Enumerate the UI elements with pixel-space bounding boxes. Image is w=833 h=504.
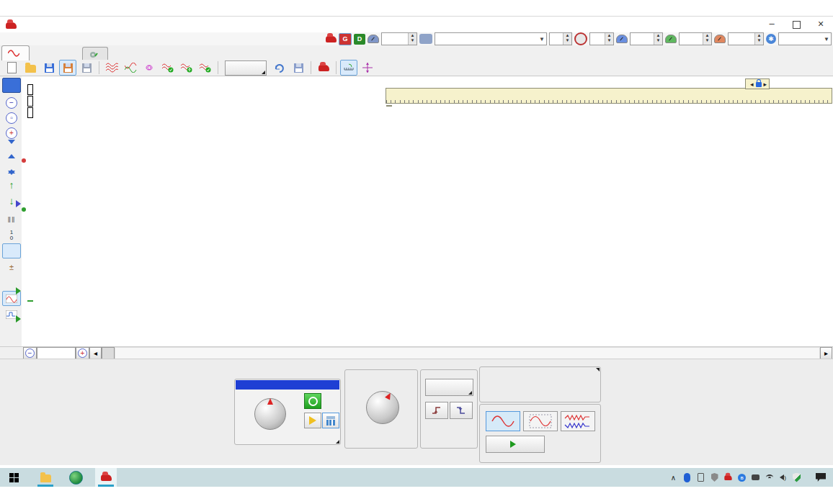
rpm-spinner[interactable]: ▲▼: [381, 32, 417, 45]
save-button[interactable]: [40, 60, 58, 76]
start-button[interactable]: [3, 468, 24, 487]
zoom-reset-button[interactable]: ▫: [2, 110, 21, 125]
move-up-button[interactable]: ↑: [2, 177, 21, 192]
waves-view-button[interactable]: [103, 60, 120, 76]
scroll-track[interactable]: [115, 347, 820, 359]
tmpc-arrow-marker[interactable]: [16, 287, 21, 294]
gauge-blue-spinner[interactable]: ▲▼: [630, 32, 663, 45]
channel3-zero-marker[interactable]: [22, 207, 26, 212]
shield-pause-icon[interactable]: [710, 473, 719, 482]
encoder-gear-icon[interactable]: ✱: [766, 34, 776, 44]
usb-icon[interactable]: [696, 473, 705, 482]
undo-button[interactable]: [271, 60, 288, 76]
signal-label-exhaust-cam[interactable]: [27, 84, 33, 95]
app-icon: [6, 22, 17, 29]
encoder-ruler-label[interactable]: ◂ ▸: [745, 78, 770, 89]
start-button[interactable]: [486, 436, 545, 453]
gauge-green-spinner[interactable]: ▲▼: [679, 32, 712, 45]
active-channel-indicator[interactable]: [2, 78, 21, 93]
tray-expand-icon[interactable]: ∧: [669, 473, 678, 482]
save-all-button[interactable]: [78, 60, 95, 76]
workspace-button[interactable]: [225, 60, 267, 76]
channel2-arrow-marker[interactable]: [16, 200, 21, 207]
panel-resize-grip[interactable]: [336, 440, 339, 444]
bluetooth-icon[interactable]: ʙ: [737, 473, 747, 482]
zoom-in-button[interactable]: +: [2, 125, 21, 140]
oscilloscope-chart[interactable]: ◂ ▸: [22, 76, 833, 358]
expand-vertical-button[interactable]: [2, 160, 21, 175]
offset-button[interactable]: ±: [2, 259, 21, 274]
timebase-decrease-button[interactable]: −: [23, 347, 37, 359]
menu-bar: G D ▲▼ ▼ ▲▼ ▲▼ ▲▼ ▲▼ ▲▼ ✱ ▼: [0, 32, 833, 46]
channel1-zero-marker[interactable]: [22, 158, 26, 163]
fit-view-button[interactable]: [359, 60, 376, 76]
autoscale-button[interactable]: [340, 60, 357, 76]
device-icon[interactable]: [751, 473, 760, 482]
action-center-icon[interactable]: [814, 473, 827, 482]
car-report-button[interactable]: [315, 60, 332, 76]
channel-calc-button[interactable]: [322, 413, 339, 428]
mtpro-taskbar-icon[interactable]: [95, 468, 117, 487]
compress-vertical-button[interactable]: [2, 143, 21, 158]
encoder-select[interactable]: ▼: [778, 32, 832, 45]
scroll-thumb[interactable]: [102, 347, 115, 359]
prev-arrow-icon[interactable]: ◂: [750, 81, 754, 88]
gauge-red-spinner[interactable]: ▲▼: [728, 32, 764, 45]
labels-button[interactable]: [2, 243, 21, 258]
panel-grip[interactable]: [596, 368, 600, 372]
logic-levels-button[interactable]: 10: [2, 228, 21, 243]
defender-icon[interactable]: [792, 473, 801, 482]
waves-accept-button[interactable]: [159, 60, 177, 76]
cyclic-capture-button[interactable]: [523, 411, 558, 431]
explorer-taskbar-icon[interactable]: [35, 468, 56, 487]
stream-capture-button[interactable]: [561, 411, 595, 431]
save-as-button[interactable]: [59, 60, 76, 76]
antivirus-taskbar-icon[interactable]: [65, 468, 86, 487]
minimize-button[interactable]: –: [760, 17, 784, 32]
mtpro-tray-icon[interactable]: [723, 473, 733, 482]
signal-label-intake-cam[interactable]: [27, 107, 33, 118]
channel-play-button[interactable]: [304, 413, 321, 428]
wifi-icon[interactable]: [765, 473, 774, 482]
trigger-rising-button[interactable]: [425, 402, 448, 419]
car-icon[interactable]: [326, 36, 337, 42]
open-file-button[interactable]: [22, 60, 39, 76]
waves-export-button[interactable]: [178, 60, 195, 76]
timebase-increase-button[interactable]: +: [76, 347, 89, 359]
degree-ruler[interactable]: [386, 88, 832, 104]
bluetooth-audio-icon[interactable]: [682, 473, 692, 482]
channel-power-button[interactable]: [304, 393, 321, 409]
sync-state-button[interactable]: [425, 379, 473, 396]
single-capture-button[interactable]: [486, 411, 520, 431]
tab-cylinder-efficiency[interactable]: [82, 47, 108, 61]
gasoline-mode-button[interactable]: G: [339, 33, 352, 45]
run-panel: [479, 404, 601, 463]
save-workspace-button[interactable]: [290, 60, 307, 76]
tab-oscilloscope[interactable]: [1, 45, 30, 60]
lock-icon[interactable]: [756, 82, 762, 87]
waves-overlay-button[interactable]: [122, 60, 139, 76]
scroll-left-button[interactable]: ◂: [89, 347, 102, 359]
diesel-mode-button[interactable]: D: [354, 34, 365, 45]
new-file-button[interactable]: [3, 60, 20, 76]
signal-label-crank[interactable]: [27, 96, 33, 107]
tmpc-arrow-marker2[interactable]: [16, 315, 21, 323]
ruler-button[interactable]: ‖‖: [2, 212, 21, 227]
zoom-out-button[interactable]: −: [2, 95, 21, 110]
degree-minor-ticks: [386, 100, 832, 103]
cylinders-total-spinner[interactable]: ▲▼: [589, 32, 614, 45]
volume-icon[interactable]: ): [778, 473, 788, 482]
tmpc-label[interactable]: [27, 300, 33, 302]
voltage-knob[interactable]: [254, 398, 286, 430]
maximize-button[interactable]: [784, 17, 808, 32]
sweep-knob[interactable]: [366, 391, 399, 424]
next-arrow-icon[interactable]: ▸: [764, 81, 767, 88]
system-tray: ∧ ʙ ): [669, 473, 833, 482]
cylinder-spinner[interactable]: ▲▼: [549, 32, 572, 45]
close-button[interactable]: ×: [808, 17, 833, 32]
scroll-right-button[interactable]: ▸: [820, 347, 832, 359]
waves-loop-button[interactable]: [141, 60, 158, 76]
waves-check-button[interactable]: [197, 60, 214, 76]
firing-order-select[interactable]: ▼: [435, 32, 547, 45]
trigger-falling-button[interactable]: [450, 402, 473, 419]
